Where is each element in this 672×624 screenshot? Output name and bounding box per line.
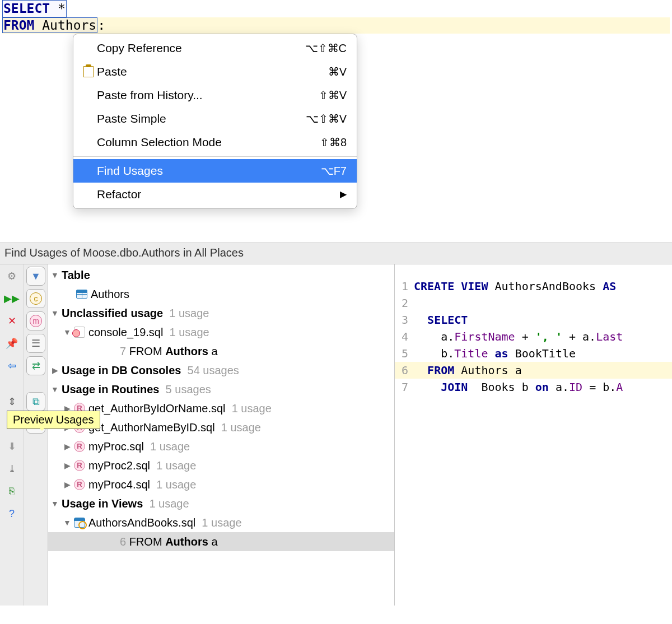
tree-heading-routines[interactable]: ▼Usage in Routines 5 usages (48, 380, 394, 399)
filter-button[interactable]: ▼ (26, 267, 45, 286)
pin-button[interactable]: 📌 (2, 334, 21, 353)
routine-icon: R (74, 479, 85, 490)
tooltip-preview-usages: Preview Usages (7, 411, 100, 429)
tree-routine-4[interactable]: ▶RmyProc4.sql 1 usage (48, 475, 394, 494)
table-icon (76, 290, 87, 299)
routine-icon: R (74, 441, 85, 452)
rerun-button[interactable]: ▶▶ (2, 289, 21, 308)
tree-routine-0[interactable]: ▶Rget_AuthorByIdOrName.sql 1 usage (48, 399, 394, 418)
group-class-button[interactable]: c (26, 289, 45, 308)
next-button[interactable]: ⬇ (2, 437, 21, 456)
preview-line-6: 6 FROM Authors a (395, 362, 672, 379)
paste-icon (83, 66, 94, 77)
keyword-select: SELECT (3, 1, 50, 16)
find-usages-panel: Find Usages of Moose.dbo.Authors in All … (0, 243, 672, 606)
tree-heading-dbconsoles[interactable]: ▶Usage in DB Consoles 54 usages (48, 361, 394, 380)
keyword-from: FROM (3, 18, 34, 32)
menu-paste-simple[interactable]: Paste Simple ⌥⇧⌘V (73, 107, 357, 131)
menu-refactor[interactable]: Refactor ▶ (73, 183, 357, 206)
menu-paste[interactable]: Paste ⌘V (73, 60, 357, 83)
menu-find-usages[interactable]: Find Usages ⌥F7 (73, 159, 357, 183)
help-button[interactable]: ? (2, 504, 21, 523)
preview-line-4: 4 a.FirstName + ', ' + a.Last (395, 328, 672, 345)
tree-routine-3[interactable]: ▶RmyProc2.sql 1 usage (48, 456, 394, 475)
chevron-right-icon: ▶ (340, 186, 347, 203)
preview-line-3: 3 SELECT (395, 311, 672, 328)
tree-view-file[interactable]: ▼AuthorsAndBooks.sql 1 usage (48, 513, 394, 532)
tree-heading-table[interactable]: ▼Table (48, 266, 394, 285)
routine-icon: R (74, 460, 85, 471)
panel-title: Find Usages of Moose.dbo.Authors in All … (0, 243, 672, 264)
menu-copy-reference[interactable]: Copy Reference ⌥⇧⌘C (73, 36, 357, 60)
preview-button[interactable]: ⧉ (26, 392, 45, 411)
swap-button[interactable]: ⇄ (26, 356, 45, 375)
tree-routine-2[interactable]: ▶RmyProc.sql 1 usage (48, 437, 394, 456)
menu-paste-history[interactable]: Paste from History... ⇧⌘V (73, 83, 357, 107)
table-ref: Authors (42, 18, 96, 32)
tree-usage-line[interactable]: 7 FROM Authors a (48, 342, 394, 361)
preview-line-5: 5 b.Title as BookTitle (395, 345, 672, 362)
preview-line-2: 2 (395, 295, 672, 311)
panel-toolbar: ⚙ ▶▶ ✕ 📌 ⇦ ⇕ ⬆ ⬇ ⤓ ⎘ ? ▼ c m ☰ ⇄ ⧉ (0, 264, 48, 606)
view-icon (74, 518, 85, 528)
tree-file-console19[interactable]: ▼console_19.sql 1 usage (48, 323, 394, 342)
tree-heading-unclassified[interactable]: ▼Unclassified usage 1 usage (48, 304, 394, 323)
tree-table-item[interactable]: Authors (48, 285, 394, 304)
preview-line-7: 7 JOIN Books b on a.ID = b.A (395, 379, 672, 395)
export-text-button[interactable]: ⎘ (2, 482, 21, 501)
preview-pane[interactable]: 1 CREATE VIEW AuthorsAndBooks AS 2 3 SEL… (395, 264, 672, 606)
group-button[interactable]: ☰ (26, 334, 45, 353)
export-button[interactable]: ⤓ (2, 459, 21, 478)
close-button[interactable]: ✕ (2, 311, 21, 330)
context-menu: Copy Reference ⌥⇧⌘C Paste ⌘V Paste from … (73, 34, 357, 209)
menu-separator (73, 156, 357, 157)
sql-file-icon (74, 327, 85, 338)
tree-heading-views[interactable]: ▼Usage in Views 1 usage (48, 494, 394, 513)
menu-column-selection[interactable]: Column Selection Mode ⇧⌘8 (73, 131, 357, 154)
tree-routine-1[interactable]: ▶Rget_AuthorNameByID.sql 1 usage (48, 418, 394, 437)
back-button[interactable]: ⇦ (2, 356, 21, 375)
group-method-button[interactable]: m (26, 311, 45, 330)
settings-button[interactable]: ⚙ (2, 267, 21, 286)
sql-editor[interactable]: SELECT * FROM Authors: (0, 0, 672, 34)
expand-all-button[interactable]: ⇕ (2, 392, 21, 411)
tree-view-usage-line[interactable]: 6 FROM Authors a (48, 532, 394, 551)
usages-tree[interactable]: ▼Table Authors ▼Unclassified usage 1 usa… (48, 264, 395, 606)
preview-line-1: 1 CREATE VIEW AuthorsAndBooks AS (395, 278, 672, 295)
